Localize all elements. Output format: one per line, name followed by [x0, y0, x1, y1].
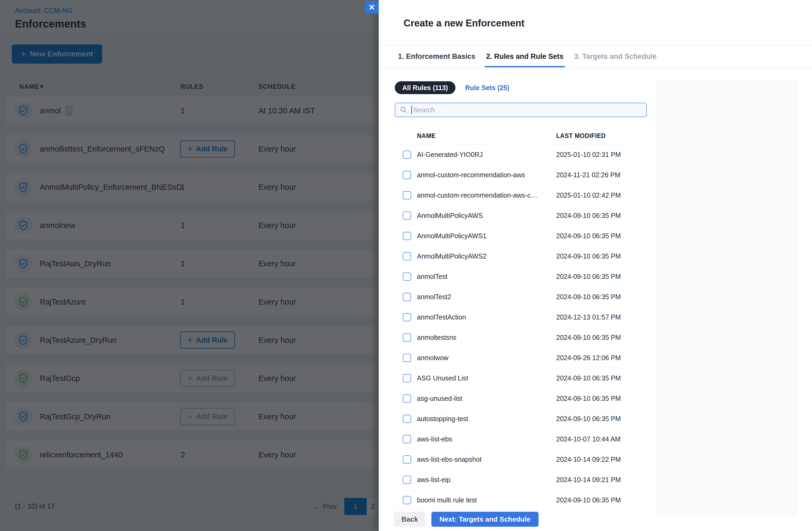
rule-checkbox[interactable] — [403, 455, 411, 464]
rule-row[interactable]: aws-list-ebs 2024-10-07 10:44 AM — [395, 429, 647, 449]
rule-row[interactable]: autostopping-test 2024-09-10 06:35 PM — [395, 409, 647, 429]
rule-name: autostopping-test — [417, 415, 468, 423]
rule-name: AnmolMultiPolicyAWS2 — [417, 253, 487, 260]
rules-column-header-name: NAME — [417, 132, 436, 140]
rule-last-modified: 2024-09-10 06:35 PM — [556, 415, 621, 423]
rule-row[interactable]: ASG Unused List 2024-09-10 06:35 PM — [395, 368, 647, 388]
rule-row[interactable]: anmolTestAction 2024-12-13 01:57 PM — [395, 307, 647, 328]
tab-rules-and-rule-sets[interactable]: 2. Rules and Rule Sets — [486, 46, 564, 67]
rule-last-modified: 2024-09-10 06:35 PM — [556, 273, 621, 281]
modal-title: Create a new Enforcement — [379, 0, 812, 29]
rule-name: anmolTest — [417, 273, 447, 281]
tab-enforcement-basics[interactable]: 1. Enforcement Basics — [398, 46, 476, 67]
rule-last-modified: 2024-10-14 09:21 PM — [556, 476, 621, 484]
rule-row[interactable]: AnmolMultiPolicyAWS 2024-09-10 06:35 PM — [395, 205, 647, 226]
rule-name: asg-unused-list — [417, 394, 462, 402]
rule-checkbox[interactable] — [403, 496, 411, 504]
search-input[interactable] — [413, 106, 642, 114]
rule-row[interactable]: anmolTest 2024-09-10 06:35 PM — [395, 267, 647, 287]
rule-checkbox[interactable] — [403, 354, 411, 362]
rule-row[interactable]: anmol-custom-recommendation-aws-clone-23… — [395, 185, 647, 205]
rule-checkbox[interactable] — [403, 374, 411, 382]
rule-checkbox[interactable] — [403, 415, 411, 423]
rule-row[interactable]: anmoltestsns 2024-09-10 06:35 PM — [395, 328, 647, 348]
rule-last-modified: 2024-11-21 02:26 PM — [556, 171, 620, 179]
rule-last-modified: 2024-09-10 06:35 PM — [556, 212, 621, 219]
rule-last-modified: 2024-09-10 06:35 PM — [556, 293, 621, 301]
rule-name: boomi multi rule test — [417, 496, 477, 504]
rule-row[interactable]: asg-unused-list 2024-09-10 06:35 PM — [395, 388, 647, 409]
rule-checkbox[interactable] — [403, 232, 411, 240]
rule-last-modified: 2024-09-10 06:35 PM — [556, 374, 621, 382]
rule-row[interactable]: anmolTest2 2024-09-10 06:35 PM — [395, 287, 647, 307]
rule-last-modified: 2025-01-10 02:31 PM — [556, 151, 621, 159]
wizard-steps-bar: 1. Enforcement Basics 2. Rules and Rule … — [379, 45, 812, 67]
rule-last-modified: 2025-01-10 02:42 PM — [556, 191, 621, 199]
rule-checkbox[interactable] — [403, 272, 411, 281]
all-rules-tab[interactable]: All Rules (113) — [395, 81, 455, 94]
rule-row[interactable]: AnmolMultiPolicyAWS2 2024-09-10 06:35 PM — [395, 246, 647, 267]
rule-row[interactable]: aws-list-eip 2024-10-14 09:21 PM — [395, 470, 647, 490]
rule-last-modified: 2024-10-07 10:44 AM — [556, 435, 620, 443]
rule-last-modified: 2024-12-13 01:57 PM — [556, 313, 621, 321]
modal-content: All Rules (113) Rule Sets (25) NAME LAST… — [395, 67, 647, 511]
rule-last-modified: 2024-09-10 06:35 PM — [556, 253, 621, 260]
rules-column-header-modified: LAST MODIFIED — [556, 132, 606, 140]
back-button[interactable]: Back — [394, 512, 425, 527]
rule-checkbox[interactable] — [403, 313, 411, 321]
rule-name: anmolwow — [417, 354, 449, 362]
rules-filter-tabs: All Rules (113) Rule Sets (25) — [395, 81, 647, 94]
tab-targets-and-schedule[interactable]: 3. Targets and Schedule — [574, 46, 657, 67]
rule-name: aws-list-eip — [417, 476, 450, 484]
rule-checkbox[interactable] — [403, 171, 411, 179]
rule-last-modified: 2024-09-10 06:35 PM — [556, 496, 621, 504]
rule-name: anmolTest2 — [417, 293, 451, 301]
rule-row[interactable]: aws-list-ebs-snapshot 2024-10-14 09:22 P… — [395, 449, 647, 470]
rules-list-header: NAME LAST MODIFIED — [395, 126, 647, 144]
rule-checkbox[interactable] — [403, 191, 411, 199]
create-enforcement-modal: ✕ Create a new Enforcement 1. Enforcemen… — [379, 0, 812, 531]
rule-checkbox[interactable] — [403, 435, 411, 443]
rule-name: anmol-custom-recommendation-aws — [417, 171, 525, 179]
close-icon[interactable]: ✕ — [365, 1, 379, 14]
next-targets-schedule-button[interactable]: Next: Targets and Schedule — [431, 512, 539, 527]
rule-checkbox[interactable] — [403, 293, 411, 301]
rule-name: anmoltestsns — [417, 334, 456, 342]
rule-row[interactable]: anmolwow 2024-09-26 12:06 PM — [395, 348, 647, 368]
rule-checkbox[interactable] — [403, 394, 411, 403]
text-cursor — [411, 105, 412, 114]
rule-last-modified: 2024-09-10 06:35 PM — [556, 334, 621, 342]
rule-sets-tab[interactable]: Rule Sets (25) — [465, 84, 509, 92]
rule-row[interactable]: anmol-custom-recommendation-aws 2024-11-… — [395, 165, 647, 185]
rule-last-modified: 2024-09-10 06:35 PM — [556, 394, 621, 402]
rule-name: anmol-custom-recommendation-aws-clone-23… — [417, 191, 539, 199]
rule-name: AnmolMultiPolicyAWS — [417, 212, 483, 219]
modal-footer: Back Next: Targets and Schedule — [379, 512, 646, 527]
rule-last-modified: 2024-10-14 09:22 PM — [556, 456, 621, 463]
rule-row[interactable]: boomi multi rule test 2024-09-10 06:35 P… — [395, 490, 647, 511]
search-icon — [400, 106, 408, 114]
rule-last-modified: 2024-09-26 12:06 PM — [556, 354, 621, 362]
rule-checkbox[interactable] — [403, 252, 411, 260]
rule-row[interactable]: AI-Generated-YIO0RJ 2025-01-10 02:31 PM — [395, 145, 647, 165]
rule-name: anmolTestAction — [417, 313, 466, 321]
rule-name: AI-Generated-YIO0RJ — [417, 151, 483, 159]
rule-name: aws-list-ebs — [417, 435, 452, 443]
rule-name: ASG Unused List — [417, 374, 468, 382]
search-box — [395, 103, 647, 117]
rules-list: AI-Generated-YIO0RJ 2025-01-10 02:31 PM … — [395, 144, 647, 511]
rule-checkbox[interactable] — [403, 150, 411, 159]
rule-last-modified: 2024-09-10 06:35 PM — [556, 232, 621, 240]
rule-name: AnmolMultiPolicyAWS1 — [417, 232, 487, 240]
selected-rules-panel — [656, 80, 797, 516]
rule-checkbox[interactable] — [403, 476, 411, 484]
rule-checkbox[interactable] — [403, 333, 411, 342]
rule-row[interactable]: AnmolMultiPolicyAWS1 2024-09-10 06:35 PM — [395, 226, 647, 246]
rule-name: aws-list-ebs-snapshot — [417, 456, 482, 463]
rule-checkbox[interactable] — [403, 212, 411, 220]
